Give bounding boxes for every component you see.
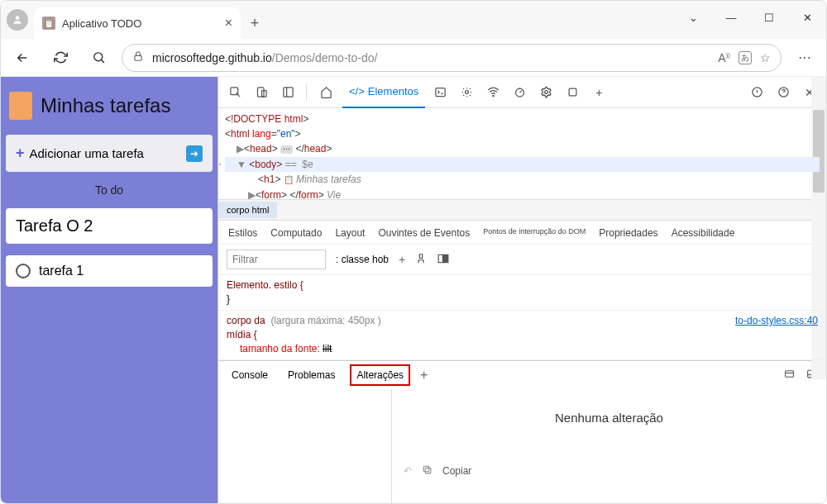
rule-selector: Elemento. estilo { bbox=[227, 278, 818, 292]
brush-icon[interactable] bbox=[415, 253, 427, 267]
tab-event-listeners[interactable]: Ouvintes de Eventos bbox=[378, 227, 470, 239]
style-rule[interactable]: to-do-styles.css:40 corpo da (largura má… bbox=[218, 311, 826, 360]
network-tab-icon[interactable] bbox=[481, 81, 504, 104]
svg-rect-2 bbox=[135, 55, 141, 60]
copy-label[interactable]: Copiar bbox=[442, 465, 471, 477]
chevron-down-icon[interactable]: ⌄ bbox=[674, 1, 712, 34]
tab-styles[interactable]: Estilos bbox=[228, 227, 257, 239]
task-name: tarefa 1 bbox=[39, 264, 84, 278]
add-task-button[interactable]: + Adicionar uma tarefa ➜ bbox=[6, 135, 213, 172]
browser-tab[interactable]: 📋 Aplicativo TODO × bbox=[34, 7, 241, 39]
profile-button[interactable] bbox=[1, 1, 34, 39]
computed-toggle-icon[interactable] bbox=[437, 253, 450, 267]
more-tabs-icon[interactable]: + bbox=[587, 81, 610, 104]
favorite-icon[interactable]: ☆ bbox=[760, 51, 771, 64]
task-item[interactable]: Tarefa O 2 bbox=[6, 208, 213, 244]
app-header: Minhas tarefas bbox=[6, 82, 213, 123]
drawer-tab-changes[interactable]: Alterações bbox=[350, 364, 410, 386]
svg-point-0 bbox=[16, 16, 20, 20]
inspect-icon[interactable] bbox=[223, 81, 246, 104]
svg-point-9 bbox=[493, 95, 494, 96]
settings-gear-icon[interactable] bbox=[534, 81, 557, 104]
svg-rect-6 bbox=[283, 88, 292, 97]
tab-computed[interactable]: Computado bbox=[270, 227, 322, 239]
hov-toggle[interactable]: : classe hob bbox=[336, 254, 389, 265]
console-tab-icon[interactable] bbox=[428, 81, 452, 104]
copy-icon[interactable] bbox=[422, 464, 433, 478]
memory-tab-icon[interactable] bbox=[561, 81, 584, 104]
new-rule-icon[interactable]: + bbox=[399, 253, 405, 266]
drawer-more-icon[interactable]: + bbox=[420, 368, 428, 383]
device-toggle-icon[interactable] bbox=[250, 81, 273, 104]
back-button[interactable] bbox=[7, 43, 37, 73]
changes-content: Nenhuma alteração ↶ Copiar bbox=[392, 389, 826, 504]
svg-point-8 bbox=[465, 91, 468, 94]
plus-icon: + bbox=[16, 145, 25, 162]
svg-point-1 bbox=[93, 53, 102, 61]
close-window-button[interactable]: ✕ bbox=[788, 1, 826, 34]
task-checkbox-icon[interactable] bbox=[16, 264, 31, 278]
style-rule[interactable]: Elemento. estilo { } bbox=[218, 275, 826, 311]
minimize-button[interactable]: — bbox=[712, 1, 750, 34]
devtools-drawer: Console Problemas Alterações + Nenhuma a… bbox=[218, 360, 826, 504]
task-name: Tarefa O 2 bbox=[16, 216, 93, 235]
source-link[interactable]: to-do-styles.css:40 bbox=[735, 314, 818, 328]
no-changes-label: Nenhuma alteração bbox=[555, 411, 663, 425]
drawer-tabs: Console Problemas Alterações + bbox=[218, 361, 826, 389]
window-titlebar: 📋 Aplicativo TODO × + ⌄ — ☐ ✕ bbox=[1, 1, 826, 39]
rule-selector: corpo da bbox=[227, 315, 265, 326]
sources-tab-icon[interactable] bbox=[455, 81, 478, 104]
drawer-tab-problems[interactable]: Problemas bbox=[283, 366, 340, 384]
task-item[interactable]: tarefa 1 bbox=[6, 255, 213, 287]
address-bar[interactable]: microsoftedge.github.io/Demos/demo-to-do… bbox=[122, 44, 782, 72]
undo-icon[interactable]: ↶ bbox=[404, 465, 412, 477]
svg-point-11 bbox=[544, 91, 547, 94]
refresh-button[interactable] bbox=[45, 43, 75, 73]
new-tab-button[interactable]: + bbox=[241, 7, 269, 39]
svg-rect-19 bbox=[425, 468, 431, 473]
read-aloud-icon[interactable]: A)) bbox=[718, 51, 730, 64]
profile-avatar-icon bbox=[7, 9, 28, 31]
css-property: tamanho da fonte: bbox=[240, 343, 320, 354]
translate-icon[interactable]: あ bbox=[739, 51, 752, 64]
breadcrumb[interactable]: corpo html bbox=[218, 199, 826, 221]
settings-icon[interactable] bbox=[772, 81, 795, 104]
rule-close: } bbox=[227, 292, 818, 307]
media-open: mídia { bbox=[227, 328, 818, 342]
maximize-button[interactable]: ☐ bbox=[750, 1, 788, 34]
devtools-panel: </> Elementos + ✕ <!DOCTYPE html> <html … bbox=[218, 77, 826, 504]
elements-tab-label: Elementos bbox=[368, 85, 418, 97]
close-tab-icon[interactable]: × bbox=[225, 16, 232, 31]
filter-input[interactable] bbox=[227, 250, 326, 269]
elements-tab[interactable]: </> Elementos bbox=[342, 77, 425, 108]
css-value: lilt bbox=[323, 343, 332, 354]
welcome-tab[interactable] bbox=[313, 77, 339, 108]
breadcrumb-item[interactable]: corpo html bbox=[218, 202, 277, 218]
expand-drawer-icon[interactable] bbox=[783, 368, 796, 382]
devtools-toolbar: </> Elementos + ✕ bbox=[218, 77, 826, 108]
drawer-tab-console[interactable]: Console bbox=[227, 366, 273, 384]
tab-properties[interactable]: Propriedades bbox=[599, 227, 657, 239]
tab-dom-breakpoints[interactable]: Pontos de interrupção do DOM bbox=[483, 227, 586, 239]
media-query-label: (largura máxima: 450px ) bbox=[270, 315, 380, 326]
tab-accessibility[interactable]: Acessibilidade bbox=[672, 227, 735, 239]
tab-title: Aplicativo TODO bbox=[62, 17, 218, 30]
browser-toolbar: microsoftedge.github.io/Demos/demo-to-do… bbox=[1, 39, 826, 77]
panel-toggle-icon[interactable] bbox=[276, 81, 299, 104]
submit-arrow-icon[interactable]: ➜ bbox=[186, 145, 203, 162]
svg-rect-15 bbox=[438, 254, 442, 262]
tab-layout[interactable]: Layout bbox=[335, 227, 365, 239]
styles-filter-row: : classe hob + bbox=[218, 245, 826, 275]
dom-tree[interactable]: <!DOCTYPE html> <html lang="en"> ▶<head>… bbox=[218, 108, 826, 199]
performance-tab-icon[interactable] bbox=[508, 81, 531, 104]
issues-icon[interactable] bbox=[745, 81, 768, 104]
more-button[interactable]: ⋯ bbox=[790, 43, 820, 73]
svg-rect-7 bbox=[436, 88, 445, 97]
svg-rect-4 bbox=[257, 88, 264, 97]
svg-rect-12 bbox=[569, 88, 576, 96]
search-icon[interactable] bbox=[84, 43, 113, 73]
selected-marker-icon: ⋯ bbox=[218, 157, 222, 172]
todo-app: Minhas tarefas + Adicionar uma tarefa ➜ … bbox=[1, 77, 218, 504]
content-area: Minhas tarefas + Adicionar uma tarefa ➜ … bbox=[1, 77, 826, 504]
changes-file-list bbox=[218, 389, 392, 504]
